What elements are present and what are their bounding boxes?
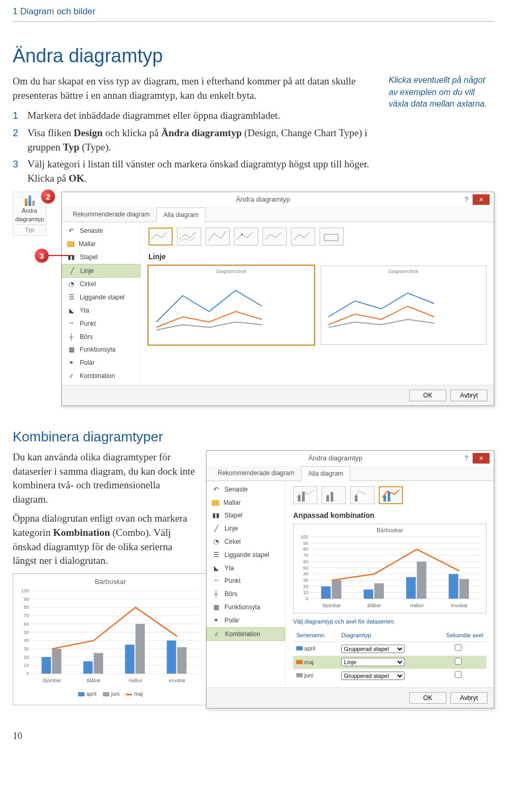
radar-chart-icon: ✶ xyxy=(67,360,76,367)
change-chart-type-dialog-combo: Ändra diagramtyp ? × Rekommenderade diag… xyxy=(206,450,494,709)
scatter-chart-icon: ⠒ xyxy=(67,320,76,327)
combo-chart-icon: ⫽ xyxy=(212,630,221,638)
chart-subtype[interactable] xyxy=(291,228,315,246)
svg-rect-39 xyxy=(331,492,333,502)
series-table: SerienamnDiagramtypSekundär axel april G… xyxy=(293,629,486,683)
cat-templates[interactable]: Mallar xyxy=(206,496,285,509)
page-header: 1 Diagram och bilder xyxy=(13,0,494,22)
radar-chart-icon: ✶ xyxy=(212,617,220,624)
stock-chart-icon: ┼ xyxy=(67,333,76,341)
chart-subtype[interactable] xyxy=(177,228,201,246)
close-icon[interactable]: × xyxy=(473,453,490,464)
cat-column[interactable]: ▮▮Stapel xyxy=(206,509,285,522)
cat-area[interactable]: ◣Yta xyxy=(62,304,140,317)
change-chart-type-dialog: Ändra diagramtyp ? × Rekommenderade diag… xyxy=(61,192,494,405)
chart-preview[interactable]: Diagramrubrik xyxy=(321,266,486,345)
chart-subtype[interactable] xyxy=(320,228,344,246)
cat-stock[interactable]: ┼Börs xyxy=(206,588,285,601)
svg-text:40: 40 xyxy=(24,638,29,643)
svg-text:10: 10 xyxy=(24,663,29,668)
chart-subtype[interactable] xyxy=(322,486,346,504)
chart-subtype[interactable] xyxy=(293,486,317,504)
tab-all[interactable]: Alla diagram xyxy=(156,207,205,222)
chart-subtype[interactable] xyxy=(262,228,287,246)
callout-2: 2 xyxy=(41,190,55,203)
pane-title: Anpassad kombination xyxy=(293,511,486,521)
cat-combo[interactable]: ⫽Kombination xyxy=(206,627,285,641)
svg-text:100: 100 xyxy=(21,589,29,593)
svg-text:70: 70 xyxy=(24,613,29,618)
chart-type-select[interactable]: Linje xyxy=(341,658,405,666)
cat-line[interactable]: ╱Linje xyxy=(206,522,285,535)
page-number: 10 xyxy=(13,730,494,743)
chart-legend: april juni maj xyxy=(16,691,204,698)
category-list: ↶Senaste Mallar ▮▮Stapel ╱Linje ◔Cirkel … xyxy=(62,222,141,385)
svg-text:0: 0 xyxy=(306,596,308,601)
chart-subtype[interactable] xyxy=(148,228,173,246)
ok-button[interactable]: OK xyxy=(409,390,446,401)
svg-text:60: 60 xyxy=(303,559,308,564)
pie-chart-icon: ◔ xyxy=(212,538,220,545)
svg-text:20: 20 xyxy=(303,583,308,589)
cat-radar[interactable]: ✶Polär xyxy=(62,356,140,370)
cat-pie[interactable]: ◔Cirkel xyxy=(62,278,140,291)
svg-text:30: 30 xyxy=(24,646,29,652)
line-chart-icon: ╱ xyxy=(212,525,220,533)
cat-bar[interactable]: ☰Liggande stapel xyxy=(62,291,140,304)
secondary-axis-checkbox[interactable] xyxy=(455,671,462,678)
cancel-button[interactable]: Avbryt xyxy=(450,692,487,704)
chart-subtype[interactable] xyxy=(234,228,258,246)
dialog-title: Ändra diagramtyp xyxy=(66,195,460,204)
chart-subtype[interactable] xyxy=(350,486,374,504)
cat-surface[interactable]: ▦Funktionsyta xyxy=(62,343,140,356)
cat-scatter[interactable]: ⠒Punkt xyxy=(206,574,285,588)
svg-text:80: 80 xyxy=(24,605,29,610)
cat-combo[interactable]: ⫽Kombination xyxy=(62,370,140,383)
cat-line[interactable]: ╱Linje xyxy=(62,264,140,278)
cat-templates[interactable]: Mallar xyxy=(62,238,140,251)
chart-subtype[interactable] xyxy=(205,228,230,246)
tab-recommended[interactable]: Rekommenderade diagram xyxy=(211,466,301,480)
cat-stock[interactable]: ┼Börs xyxy=(62,331,140,344)
svg-text:90: 90 xyxy=(303,541,308,546)
cat-bar[interactable]: ☰Liggande stapel xyxy=(206,549,285,562)
line-chart-icon: ╱ xyxy=(68,267,76,275)
cat-column[interactable]: ▮▮Stapel xyxy=(62,251,140,264)
pie-chart-icon: ◔ xyxy=(67,281,76,288)
cat-scatter[interactable]: ⠒Punkt xyxy=(62,317,140,331)
svg-rect-29 xyxy=(94,653,104,674)
help-icon[interactable]: ? xyxy=(460,454,473,463)
pane-title: Linje xyxy=(148,252,486,262)
secondary-axis-checkbox[interactable] xyxy=(455,658,462,665)
column-chart-icon: ▮▮ xyxy=(212,512,220,520)
chart-subtype[interactable] xyxy=(379,486,403,504)
cat-pie[interactable]: ◔Cirkel xyxy=(206,535,285,549)
svg-text:Hallon: Hallon xyxy=(410,603,424,608)
cat-radar[interactable]: ✶Polär xyxy=(206,614,285,627)
tab-all[interactable]: Alla diagram xyxy=(301,466,350,481)
svg-rect-24 xyxy=(42,657,51,674)
cat-recent[interactable]: ↶Senaste xyxy=(62,224,140,238)
svg-text:Björnbär: Björnbär xyxy=(323,603,341,608)
svg-point-0 xyxy=(241,233,243,235)
chart-type-select[interactable]: Grupperad stapel xyxy=(341,672,405,680)
svg-rect-36 xyxy=(298,495,301,502)
step-number: 2 xyxy=(13,126,27,154)
cancel-button[interactable]: Avbryt xyxy=(450,390,487,401)
folder-icon xyxy=(212,500,219,506)
cat-recent[interactable]: ↶Senaste xyxy=(206,483,285,496)
svg-rect-71 xyxy=(417,562,426,599)
intro-paragraph: Om du har skapat en viss typ av diagram,… xyxy=(13,74,380,102)
close-icon[interactable]: × xyxy=(473,194,490,205)
help-icon[interactable]: ? xyxy=(460,195,473,204)
tab-recommended[interactable]: Rekommenderade diagram xyxy=(66,207,156,222)
secondary-axis-checkbox[interactable] xyxy=(455,644,462,651)
chart-preview[interactable]: Diagramrubrik xyxy=(148,266,314,345)
ribbon-label: diagramtyp xyxy=(14,215,45,223)
ok-button[interactable]: OK xyxy=(409,692,446,704)
cat-surface[interactable]: ▦Funktionsyta xyxy=(206,601,285,614)
chart-type-select[interactable]: Grupperad stapel xyxy=(341,645,405,653)
svg-text:100: 100 xyxy=(301,535,308,540)
series-row: maj Linje xyxy=(293,656,486,669)
cat-area[interactable]: ◣Yta xyxy=(206,562,285,575)
